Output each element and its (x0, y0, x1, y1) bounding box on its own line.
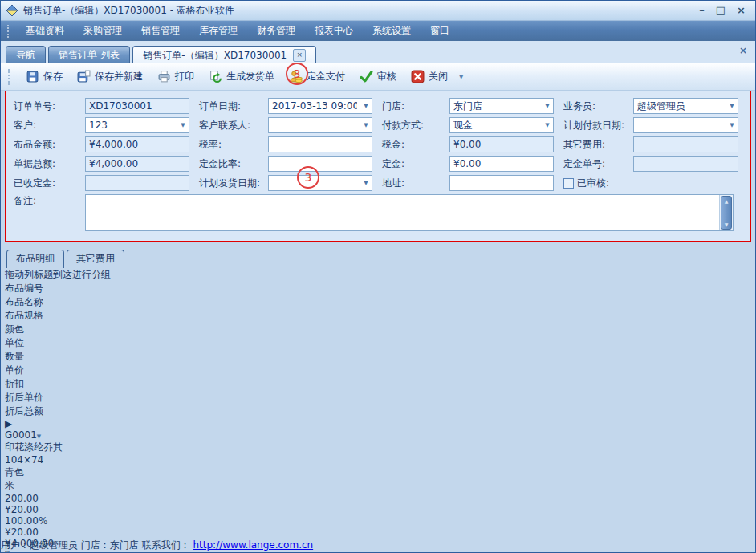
chevron-down-icon[interactable]: ▼ (726, 122, 738, 128)
cell-code-editor[interactable]: G0001▼ (5, 429, 751, 441)
menu-item-inventory[interactable]: 库存管理 (189, 22, 247, 40)
customer-field[interactable]: ▼ (85, 117, 189, 133)
menu-item-reports[interactable]: 报表中心 (305, 22, 363, 40)
cell-name[interactable]: 印花涤纶乔其 (5, 441, 751, 454)
tab-order-list[interactable]: 销售订单-列表 (48, 46, 130, 63)
audit-button[interactable]: 审核 (353, 67, 403, 87)
other-fee-field[interactable] (633, 136, 738, 152)
tab-other-fees[interactable]: 其它费用 (67, 250, 124, 268)
tax-field[interactable] (449, 136, 554, 152)
tab-navigation[interactable]: 导航 (6, 46, 46, 63)
column-header-unit[interactable]: 单位 (5, 336, 751, 350)
deposit-no-input[interactable] (634, 158, 738, 169)
close-window-button[interactable]: × (737, 4, 746, 17)
generate-delivery-button[interactable]: 生成发货单 (202, 67, 281, 87)
cell-discount[interactable]: 100.00% (5, 515, 751, 527)
address-field[interactable] (449, 175, 554, 191)
planned-payment-date-input[interactable] (634, 120, 726, 131)
save-and-new-button[interactable]: 保存并新建 (71, 67, 149, 87)
audited-checkbox[interactable] (563, 178, 574, 189)
address-input[interactable] (450, 177, 553, 189)
tax-input[interactable] (450, 139, 553, 150)
doc-total-field[interactable] (85, 156, 189, 172)
planned-payment-date-field[interactable]: ▼ (633, 117, 738, 133)
column-header-name[interactable]: 布品名称 (5, 295, 751, 309)
order-no-input[interactable] (86, 100, 189, 112)
chevron-down-icon[interactable]: ▼ (360, 122, 372, 128)
column-header-discount[interactable]: 折扣 (5, 377, 751, 391)
toolbar-overflow-caret-icon[interactable]: ▼ (456, 74, 466, 80)
remark-scrollbar[interactable]: ▲ ▼ (719, 195, 733, 230)
order-no-field[interactable] (85, 98, 189, 114)
close-order-button[interactable]: 关闭 (404, 67, 454, 87)
salesman-field[interactable]: ▼ (633, 98, 738, 114)
menu-item-finance[interactable]: 财务管理 (247, 22, 305, 40)
cell-disc-price[interactable]: ¥20.00 (5, 527, 751, 538)
cell-color[interactable]: 青色 (5, 466, 751, 479)
print-button[interactable]: 打印 (151, 67, 201, 87)
chevron-down-icon[interactable]: ▼ (177, 122, 189, 128)
scroll-up-icon[interactable]: ▲ (725, 198, 729, 204)
fabric-amount-field[interactable] (85, 136, 189, 152)
deposit-rate-field[interactable] (268, 156, 372, 172)
cell-spec[interactable]: 104×74 (5, 454, 751, 466)
audited-label: 已审核: (577, 177, 609, 190)
column-header-spec[interactable]: 布品规格 (5, 309, 751, 323)
menu-item-window[interactable]: 窗口 (421, 22, 459, 40)
store-input[interactable] (450, 100, 542, 112)
other-fee-input[interactable] (634, 139, 738, 150)
chevron-down-icon[interactable]: ▼ (360, 180, 372, 186)
deposit-rate-input[interactable] (269, 158, 372, 169)
planned-delivery-date-field[interactable]: ▼ (268, 175, 372, 191)
minimize-button[interactable]: – (699, 4, 705, 17)
column-header-disc-price[interactable]: 折后单价 (5, 391, 751, 405)
fabric-amount-input[interactable] (86, 139, 189, 150)
cell-unit[interactable]: 米 (5, 479, 751, 493)
customer-contact-field[interactable]: ▼ (268, 117, 372, 133)
remark-textarea[interactable] (86, 195, 719, 230)
deposit-no-field[interactable] (633, 156, 738, 172)
menu-item-settings[interactable]: 系统设置 (363, 22, 421, 40)
tabbar-close-icon[interactable]: × (739, 45, 747, 56)
customer-contact-input[interactable] (269, 120, 360, 131)
column-header-code[interactable]: 布品编号 (5, 282, 751, 295)
column-header-qty[interactable]: 数量 (5, 350, 751, 364)
payment-method-field[interactable]: ▼ (449, 117, 554, 133)
tax-rate-field[interactable] (268, 136, 372, 152)
cell-price[interactable]: ¥20.00 (5, 504, 751, 515)
tab-order-edit[interactable]: 销售订单-（编辑）XD17030001 × (132, 46, 316, 63)
deposit-input[interactable] (450, 158, 553, 169)
save-button[interactable]: 保存 (19, 67, 69, 87)
remark-field: ▲ ▼ (85, 194, 734, 231)
menu-item-base-data[interactable]: 基础资料 (16, 22, 74, 40)
customer-input[interactable] (86, 120, 177, 131)
column-header-disc-total[interactable]: 折后总额 (5, 405, 751, 418)
scroll-down-icon[interactable]: ▼ (725, 222, 729, 227)
deposit-field[interactable] (449, 156, 554, 172)
received-deposit-field[interactable] (85, 175, 189, 191)
doc-total-input[interactable] (86, 158, 189, 169)
remark-scrollbar-thumb[interactable]: ▲ ▼ (721, 196, 732, 230)
column-header-price[interactable]: 单价 (5, 364, 751, 377)
tab-close-icon[interactable]: × (293, 49, 306, 62)
website-link[interactable]: http://www.lange.com.cn (193, 539, 313, 551)
store-field[interactable]: ▼ (449, 98, 554, 114)
chevron-down-icon[interactable]: ▼ (542, 122, 553, 128)
order-date-field[interactable]: ▼ (268, 98, 372, 114)
chevron-down-icon[interactable]: ▼ (360, 103, 372, 109)
menu-item-purchase[interactable]: 采购管理 (74, 22, 132, 40)
payment-method-input[interactable] (450, 120, 542, 131)
tax-rate-input[interactable] (269, 139, 372, 150)
chevron-down-icon[interactable]: ▼ (726, 103, 738, 109)
menu-item-sales[interactable]: 销售管理 (132, 22, 189, 40)
cell-qty[interactable]: 200.00 (5, 493, 751, 504)
maximize-button[interactable]: □ (716, 4, 726, 17)
column-header-color[interactable]: 颜色 (5, 323, 751, 336)
tab-fabric-detail[interactable]: 布品明细 (6, 250, 64, 268)
received-deposit-input[interactable] (86, 177, 189, 189)
order-date-input[interactable] (269, 100, 360, 112)
chevron-down-icon[interactable]: ▼ (542, 103, 553, 109)
salesman-input[interactable] (634, 100, 726, 112)
chevron-down-icon[interactable]: ▼ (37, 433, 41, 440)
salesman-label: 业务员: (554, 100, 633, 113)
